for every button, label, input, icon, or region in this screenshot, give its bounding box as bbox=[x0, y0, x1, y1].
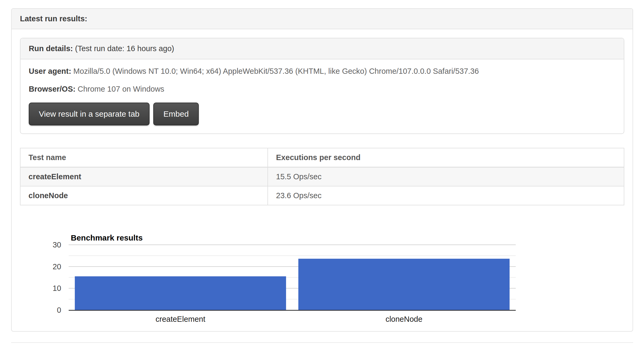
browser-os-value: Chrome 107 on Windows bbox=[78, 85, 164, 93]
panel-body: Run details: (Test run date: 16 hours ag… bbox=[12, 29, 633, 331]
results-table-header-row: Test name Executions per second bbox=[20, 148, 624, 167]
chart-bar-createElement[interactable] bbox=[75, 276, 286, 310]
column-header-test-name: Test name bbox=[20, 148, 268, 167]
user-agent-line: User agent: Mozilla/5.0 (Windows NT 10.0… bbox=[29, 67, 616, 76]
button-row: View result in a separate tab Embed bbox=[29, 103, 616, 125]
y-axis-tick-label: 10 bbox=[53, 284, 61, 292]
y-axis-tick-label: 20 bbox=[53, 262, 61, 271]
embed-button[interactable]: Embed bbox=[153, 103, 199, 125]
run-details-heading: Run details: (Test run date: 16 hours ag… bbox=[20, 38, 624, 59]
latest-run-results-panel: Latest run results: Run details: (Test r… bbox=[11, 8, 633, 332]
browser-os-label: Browser/OS: bbox=[29, 85, 76, 93]
benchmark-chart-svg: Benchmark results0102030createElementclo… bbox=[20, 229, 526, 328]
y-axis-tick-label: 0 bbox=[57, 306, 61, 314]
x-axis-category-label: cloneNode bbox=[386, 315, 423, 323]
y-axis-tick-label: 30 bbox=[53, 241, 61, 249]
panel-title: Latest run results: bbox=[12, 9, 633, 29]
chart-bar-cloneNode[interactable] bbox=[298, 259, 510, 310]
user-agent-value: Mozilla/5.0 (Windows NT 10.0; Win64; x64… bbox=[73, 67, 479, 75]
bottom-divider bbox=[11, 342, 633, 343]
ops-cell: 23.6 Ops/sec bbox=[268, 186, 624, 205]
table-row: createElement 15.5 Ops/sec bbox=[20, 167, 624, 186]
test-name-cell: cloneNode bbox=[20, 186, 268, 205]
chart-title: Benchmark results bbox=[71, 233, 143, 242]
x-axis-category-label: createElement bbox=[156, 315, 205, 323]
user-agent-label: User agent: bbox=[29, 67, 71, 75]
results-table: Test name Executions per second createEl… bbox=[20, 148, 624, 205]
run-details-body: User agent: Mozilla/5.0 (Windows NT 10.0… bbox=[20, 59, 624, 133]
browser-os-line: Browser/OS: Chrome 107 on Windows bbox=[29, 85, 616, 93]
run-details-date-note: (Test run date: 16 hours ago) bbox=[75, 44, 174, 53]
table-row: cloneNode 23.6 Ops/sec bbox=[20, 186, 624, 205]
column-header-executions: Executions per second bbox=[268, 148, 624, 167]
view-result-button[interactable]: View result in a separate tab bbox=[29, 103, 150, 125]
page-root: { "panel": { "title": "Latest run result… bbox=[0, 0, 644, 350]
run-details-label: Run details: bbox=[29, 44, 73, 53]
test-name-cell: createElement bbox=[20, 167, 268, 186]
ops-cell: 15.5 Ops/sec bbox=[268, 167, 624, 186]
benchmark-chart: Benchmark results0102030createElementclo… bbox=[20, 229, 624, 328]
run-details-panel: Run details: (Test run date: 16 hours ag… bbox=[20, 38, 624, 134]
